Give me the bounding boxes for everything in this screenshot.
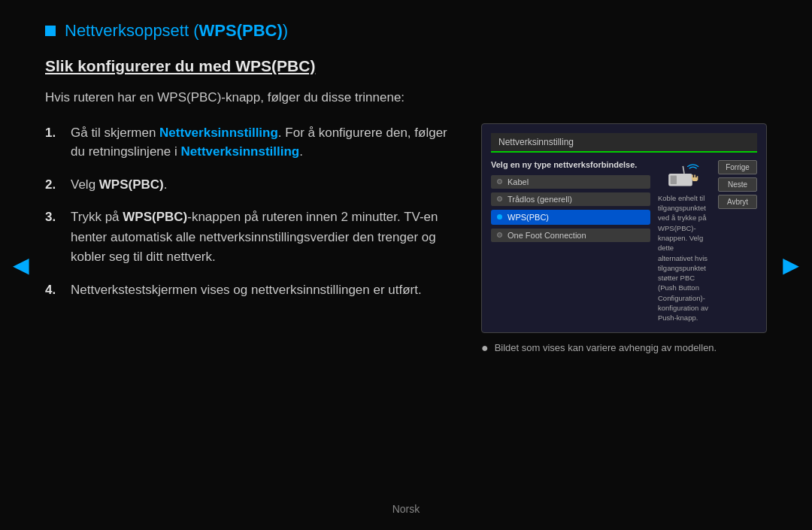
note: ● Bildet som vises kan variere avhengig …	[481, 342, 767, 355]
step-2-content: Velg WPS(PBC).	[71, 175, 459, 195]
step-1-content: Gå til skjermen Nettverksinnstilling. Fo…	[71, 123, 459, 162]
option-kabel-label: Kabel	[508, 177, 529, 186]
page-container: ◄ ► Nettverksoppsett (WPS(PBC)) Slik kon…	[0, 0, 812, 530]
steps-list: 1. Gå til skjermen Nettverksinnstilling.…	[45, 123, 459, 300]
step-2-num: 2.	[45, 175, 63, 195]
step-1-link1: Nettverksinnstilling	[159, 126, 278, 140]
router-icon-area	[662, 160, 707, 190]
header: Nettverksoppsett (WPS(PBC))	[45, 21, 767, 41]
option-wpspbc[interactable]: WPS(PBC)	[491, 210, 650, 225]
step-1: 1. Gå til skjermen Nettverksinnstilling.…	[45, 123, 459, 162]
panel-left: Velg en ny type nettverksforbindelse. Ka…	[491, 160, 650, 323]
panel-description: Koble enhelt til tilgangspunktet ved å t…	[658, 193, 710, 323]
footer-text: Norsk	[392, 503, 420, 515]
panel-title: Nettverksinnstilling	[491, 133, 757, 153]
svg-line-2	[683, 166, 684, 174]
step-1-num: 1.	[45, 123, 63, 143]
panel-right-area: Koble enhelt til tilgangspunktet ved å t…	[658, 160, 710, 323]
step-3-bold: WPS(PBC)	[123, 210, 187, 224]
step-2: 2. Velg WPS(PBC).	[45, 175, 459, 195]
panel-buttons: Forrige Neste Avbryt	[718, 160, 757, 323]
panel-inner: Velg en ny type nettverksforbindelse. Ka…	[491, 160, 757, 323]
option-kabel[interactable]: Kabel	[491, 175, 650, 189]
footer: Norsk	[45, 495, 767, 515]
option-onefootconn-label: One Foot Connection	[508, 231, 586, 240]
panel-btn-forrige[interactable]: Forrige	[718, 160, 757, 174]
step-4-content: Nettverkstestskjermen vises og nettverks…	[71, 280, 459, 300]
panel-btn-avbryt[interactable]: Avbryt	[718, 195, 757, 209]
option-wpspbc-label: WPS(PBC)	[508, 213, 549, 222]
step-4: 4. Nettverkstestskjermen vises og nettve…	[45, 280, 459, 300]
option-tradlos-label: Trådlos (generell)	[508, 195, 572, 204]
router-icon	[665, 161, 703, 189]
steps-column: 1. Gå til skjermen Nettverksinnstilling.…	[45, 123, 459, 495]
nav-arrow-right[interactable]: ►	[777, 252, 804, 279]
nav-arrow-left[interactable]: ◄	[8, 252, 35, 279]
title-link: WPS(PBC)	[199, 21, 283, 40]
header-icon	[45, 26, 56, 36]
network-panel: Nettverksinnstilling Velg en ny type net…	[481, 123, 767, 333]
option-tradlos-dot	[497, 196, 502, 201]
step-3-num: 3.	[45, 207, 63, 227]
note-bullet-icon: ●	[481, 341, 489, 355]
svg-rect-1	[671, 175, 677, 184]
option-onefootconn-dot	[497, 232, 502, 238]
page-title: Nettverksoppsett (WPS(PBC))	[65, 21, 288, 41]
step-1-link2: Nettverksinnstilling	[180, 144, 299, 159]
panel-question: Velg en ny type nettverksforbindelse.	[491, 160, 650, 169]
panel-btn-neste[interactable]: Neste	[718, 177, 757, 192]
note-text: Bildet som vises kan variere avhengig av…	[495, 342, 717, 353]
step-2-bold: WPS(PBC)	[99, 177, 164, 192]
option-onefootconn[interactable]: One Foot Connection	[491, 229, 650, 242]
step-3: 3. Trykk på WPS(PBC)-knappen på ruteren …	[45, 207, 459, 267]
option-wpspbc-dot	[497, 214, 502, 220]
option-kabel-dot	[497, 179, 502, 184]
step-3-content: Trykk på WPS(PBC)-knappen på ruteren inn…	[71, 207, 459, 267]
main-content: 1. Gå til skjermen Nettverksinnstilling.…	[45, 123, 767, 495]
intro-text: Hvis ruteren har en WPS(PBC)-knapp, følg…	[45, 89, 767, 107]
right-column: Nettverksinnstilling Velg en ny type net…	[481, 123, 767, 495]
section-title: Slik konfigurerer du med WPS(PBC)	[45, 57, 767, 75]
step-4-num: 4.	[45, 280, 63, 300]
option-tradlos[interactable]: Trådlos (generell)	[491, 192, 650, 206]
